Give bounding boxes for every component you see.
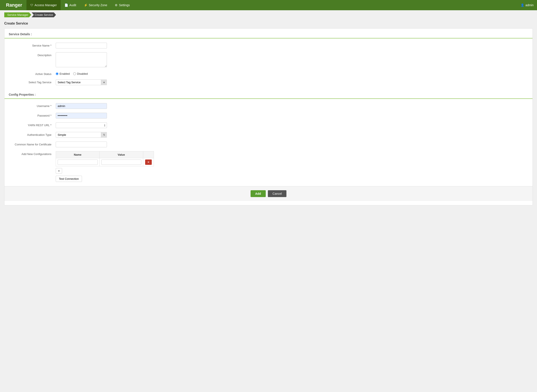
config-delete-cell: ✕ <box>143 158 154 166</box>
username-group: Username * <box>5 103 532 109</box>
config-value-input[interactable] <box>101 159 142 165</box>
config-name-cell <box>56 158 100 166</box>
add-config-row-button[interactable]: + <box>56 168 62 174</box>
config-value-cell <box>99 158 143 166</box>
audit-icon: 📄 <box>65 3 68 7</box>
active-status-group: Active Status Enabled Disabled <box>5 71 532 76</box>
auth-type-label: Authentication Type <box>13 132 56 136</box>
nav-settings[interactable]: ⚙ Settings <box>111 0 134 10</box>
common-name-label: Common Name for Certificate <box>13 142 56 146</box>
config-name-col-header: Name <box>56 151 100 158</box>
enabled-radio-label[interactable]: Enabled <box>56 72 70 75</box>
yarn-url-wrapper: ℹ <box>56 122 107 128</box>
config-name-input[interactable] <box>58 159 98 165</box>
config-value-col-header: Value <box>99 151 143 158</box>
active-status-radios: Enabled Disabled <box>56 71 88 75</box>
auth-type-group: Authentication Type Simple Kerberos ⇅ <box>5 132 532 138</box>
nav-items: 🛡 Access Manager 📄 Audit ⚡ Security Zone… <box>27 0 521 10</box>
navbar: Ranger 🛡 Access Manager 📄 Audit ⚡ Securi… <box>0 0 537 10</box>
description-group: Description <box>5 52 532 67</box>
shield-icon: 🛡 <box>30 3 33 7</box>
service-name-label: Service Name * <box>13 43 56 47</box>
user-menu[interactable]: 👤 admin <box>521 3 534 7</box>
page-title: Create Service <box>0 19 537 28</box>
nav-security-zone[interactable]: ⚡ Security Zone <box>80 0 111 10</box>
info-icon[interactable]: ℹ <box>104 124 105 127</box>
username-label: Username * <box>13 103 56 107</box>
config-table-group: Name Value <box>56 151 154 182</box>
gear-icon: ⚙ <box>115 3 118 7</box>
password-input[interactable] <box>56 113 107 118</box>
breadcrumb-create-service[interactable]: Create Service <box>32 12 56 17</box>
test-connection-button[interactable]: Test Connection <box>56 176 82 182</box>
config-table: Name Value <box>56 151 154 166</box>
common-name-group: Common Name for Certificate <box>5 142 532 147</box>
user-icon: 👤 <box>521 3 524 7</box>
main-content: Service Details : Service Name * Descrip… <box>0 28 537 210</box>
tag-service-group: Select Tag Service Select Tag Service ▼ <box>5 79 532 85</box>
username-input[interactable] <box>56 103 107 109</box>
auth-type-select-wrapper: Simple Kerberos ⇅ <box>56 132 107 138</box>
lightning-icon: ⚡ <box>84 3 88 7</box>
add-button[interactable]: Add <box>250 190 266 197</box>
description-input[interactable] <box>56 52 107 67</box>
nav-audit[interactable]: 📄 Audit <box>61 0 80 10</box>
enabled-radio[interactable] <box>56 72 59 75</box>
disabled-radio[interactable] <box>73 72 76 75</box>
tag-service-label: Select Tag Service <box>13 79 56 84</box>
password-label: Password * <box>13 113 56 117</box>
config-action-col-header <box>143 151 154 158</box>
yarn-url-group: YARN REST URL * ℹ <box>5 122 532 128</box>
service-name-group: Service Name * <box>5 43 532 48</box>
common-name-input[interactable] <box>56 142 107 147</box>
tag-service-select[interactable]: Select Tag Service <box>56 79 107 85</box>
service-name-input[interactable] <box>56 43 107 48</box>
auth-type-select[interactable]: Simple Kerberos <box>56 132 107 138</box>
form-footer: Add Cancel <box>5 186 532 201</box>
password-group: Password * <box>5 113 532 118</box>
service-details-header: Service Details : <box>5 29 532 38</box>
brand-logo: Ranger <box>3 2 25 8</box>
yarn-url-label: YARN REST URL * <box>13 122 56 127</box>
breadcrumb: Service Manager Create Service <box>0 10 537 19</box>
delete-config-button[interactable]: ✕ <box>145 159 152 165</box>
disabled-radio-label[interactable]: Disabled <box>73 72 88 75</box>
config-properties-header: Config Properties : <box>5 89 532 99</box>
form-card: Service Details : Service Name * Descrip… <box>4 28 533 205</box>
nav-access-manager[interactable]: 🛡 Access Manager <box>27 0 61 10</box>
add-config-label: Add New Configurations <box>13 151 56 156</box>
active-status-label: Active Status <box>13 71 56 76</box>
tag-service-select-wrapper: Select Tag Service ▼ <box>56 79 107 85</box>
table-row: ✕ <box>56 158 154 166</box>
breadcrumb-service-manager[interactable]: Service Manager <box>4 12 31 17</box>
add-config-group: Add New Configurations Name Value <box>5 151 532 182</box>
cancel-button[interactable]: Cancel <box>268 190 287 197</box>
config-table-wrapper: Name Value <box>56 151 154 166</box>
yarn-url-input[interactable] <box>56 122 107 128</box>
description-label: Description <box>13 52 56 57</box>
